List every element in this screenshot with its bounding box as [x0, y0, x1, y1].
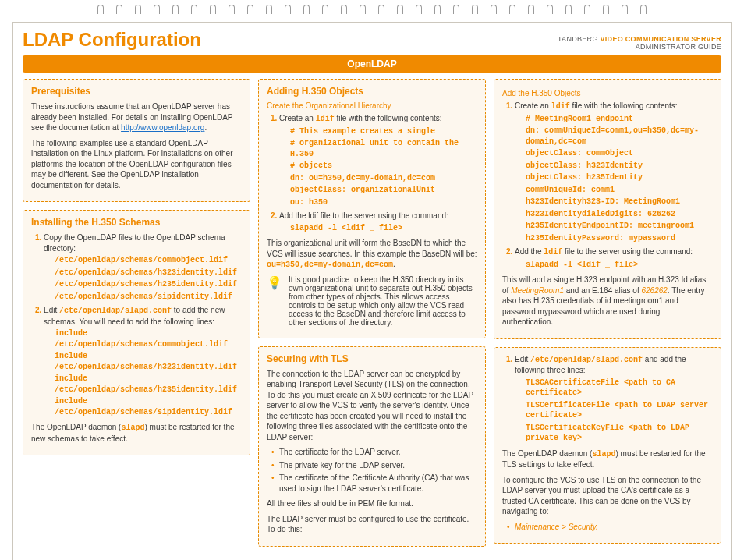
column-middle: Adding H.350 Objects Create the Organiza…	[258, 79, 486, 555]
install-title: Installing the H.350 Schemas	[31, 217, 242, 228]
openldap-link[interactable]: http://www.openldap.org	[121, 123, 204, 132]
add-title: Adding H.350 Objects	[267, 86, 477, 97]
panel-prerequisites: Prerequisites These instructions assume …	[23, 79, 250, 202]
maintenance-security-link[interactable]: Maintenance > Security.	[515, 523, 598, 531]
panel-add-h350-objects: Add the H.350 Objects Create an ldif fil…	[494, 79, 721, 339]
panel-install-schemas: Installing the H.350 Schemas Copy the Op…	[23, 210, 250, 455]
section-bar: OpenLDAP	[23, 55, 721, 73]
tip-box: 💡 It is good practice to keep the H.350 …	[267, 275, 477, 327]
prereq-title: Prerequisites	[31, 86, 242, 97]
page-frame: LDAP Configuration TANDBERG VIDEO COMMUN…	[12, 22, 732, 560]
lightbulb-icon: 💡	[267, 275, 282, 327]
header-product: TANDBERG VIDEO COMMUNICATION SERVER ADMI…	[558, 35, 721, 51]
page-title: LDAP Configuration	[23, 29, 201, 51]
tls-title: Securing with TLS	[267, 353, 477, 364]
column-left: Prerequisites These instructions assume …	[23, 79, 250, 555]
panel-securing-tls-left: Securing with TLS The connection to the …	[258, 346, 486, 547]
panel-securing-tls-right: Edit /etc/openldap/slapd.conf and add th…	[494, 347, 721, 544]
panel-adding-objects: Adding H.350 Objects Create the Organiza…	[258, 79, 486, 338]
addobj-sub: Add the H.350 Objects	[502, 89, 713, 97]
add-sub1: Create the Organizational Hierarchy	[267, 101, 477, 110]
spiral-binding	[0, 0, 744, 19]
column-right: Add the H.350 Objects Create an ldif fil…	[494, 79, 721, 555]
page-header: LDAP Configuration TANDBERG VIDEO COMMUN…	[23, 29, 721, 51]
